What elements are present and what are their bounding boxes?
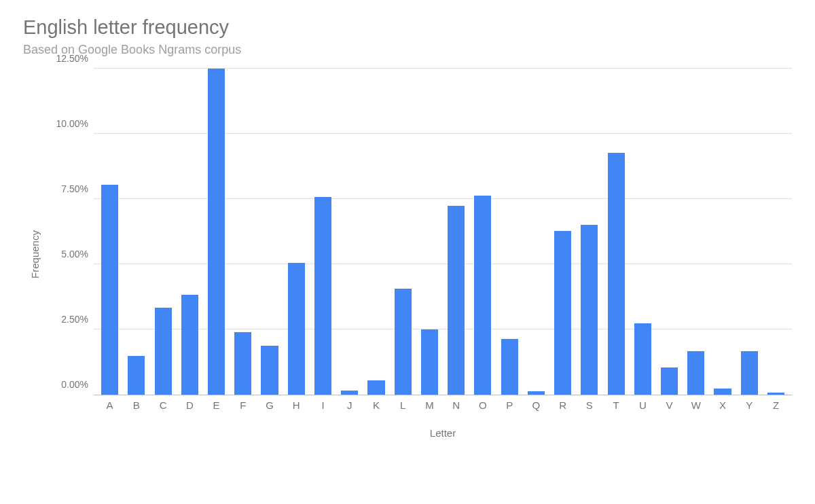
x-tick-label: O	[469, 399, 496, 411]
bar	[528, 391, 545, 395]
bar	[101, 185, 118, 395]
bar-slot	[96, 69, 123, 395]
y-axis-label: Frequency	[29, 230, 41, 278]
x-tick-label: Q	[523, 399, 549, 411]
bar	[741, 351, 758, 395]
bar	[421, 329, 438, 395]
bar-slot	[576, 69, 602, 395]
bar	[501, 339, 518, 395]
bar-slot	[230, 69, 256, 395]
bar-slot	[416, 69, 443, 395]
bar-slot	[496, 69, 523, 395]
x-tick-label: W	[683, 399, 709, 411]
bar-slot	[310, 69, 336, 395]
x-tick-label: E	[203, 399, 230, 411]
x-tick-label: N	[443, 399, 469, 411]
plot-area	[94, 69, 792, 395]
bar	[234, 332, 251, 395]
bar	[395, 289, 412, 395]
bar	[687, 351, 704, 395]
x-axis-label: Letter	[94, 427, 792, 439]
bar-slot	[523, 69, 549, 395]
x-tick-label: I	[310, 399, 336, 411]
x-tick-label: G	[256, 399, 283, 411]
bar-slot	[683, 69, 709, 395]
bar-slot	[336, 69, 363, 395]
bar-slot	[203, 69, 230, 395]
bar	[767, 393, 784, 395]
y-tick-label: 2.50%	[61, 314, 88, 325]
y-tick-label: 10.00%	[56, 118, 88, 129]
bar-slot	[549, 69, 576, 395]
bar	[554, 231, 571, 395]
bar	[208, 69, 225, 395]
x-tick-label: T	[602, 399, 629, 411]
bar	[128, 356, 145, 395]
bar-slot	[469, 69, 496, 395]
bar-slot	[602, 69, 629, 395]
bar-slot	[149, 69, 176, 395]
x-ticks: ABCDEFGHIJKLMNOPQRSTUVWXYZ	[94, 395, 792, 411]
x-tick-label: X	[709, 399, 736, 411]
y-tick-label: 5.00%	[61, 249, 88, 259]
x-tick-label: P	[496, 399, 523, 411]
bar-slot	[363, 69, 389, 395]
y-tick-label: 12.50%	[56, 53, 88, 64]
bar	[155, 308, 172, 395]
x-tick-label: B	[123, 399, 149, 411]
x-tick-label: M	[416, 399, 443, 411]
bar	[341, 391, 358, 395]
bar-slot	[443, 69, 469, 395]
chart-container: English letter frequency Based on Google…	[0, 0, 815, 452]
x-tick-label: C	[149, 399, 176, 411]
y-tick-label: 0.00%	[61, 379, 88, 390]
chart-subtitle: Based on Google Books Ngrams corpus	[23, 43, 792, 57]
bar	[474, 196, 491, 395]
bar	[714, 389, 731, 395]
y-tick-label: 7.50%	[61, 183, 88, 194]
bar	[608, 153, 625, 395]
plot-column: ABCDEFGHIJKLMNOPQRSTUVWXYZ Letter	[94, 69, 792, 439]
ylabel-column: Frequency	[23, 69, 46, 439]
bar-slot	[763, 69, 789, 395]
bars-group	[94, 69, 792, 395]
x-tick-label: F	[230, 399, 256, 411]
bar	[448, 206, 465, 395]
grid-line	[94, 68, 792, 69]
bar	[367, 380, 384, 395]
x-tick-label: S	[576, 399, 602, 411]
bar	[581, 225, 598, 395]
plot-row: Frequency 0.00%2.50%5.00%7.50%10.00%12.5…	[23, 69, 792, 439]
x-tick-label: U	[630, 399, 656, 411]
x-tick-label: J	[336, 399, 363, 411]
bar-slot	[177, 69, 203, 395]
bar	[288, 263, 305, 395]
chart-title: English letter frequency	[23, 16, 792, 39]
x-tick-label: R	[549, 399, 576, 411]
bar-slot	[256, 69, 283, 395]
bar-slot	[736, 69, 763, 395]
bar	[261, 346, 278, 395]
bar	[314, 197, 331, 395]
bar-slot	[390, 69, 416, 395]
bar-slot	[709, 69, 736, 395]
bar	[661, 367, 678, 395]
x-tick-label: A	[96, 399, 123, 411]
x-tick-label: Z	[763, 399, 789, 411]
x-tick-label: L	[390, 399, 416, 411]
y-axis-column: 0.00%2.50%5.00%7.50%10.00%12.50%	[46, 69, 94, 439]
bar-slot	[123, 69, 149, 395]
x-tick-label: K	[363, 399, 389, 411]
x-tick-label: Y	[736, 399, 763, 411]
x-tick-label: H	[283, 399, 310, 411]
bar-slot	[656, 69, 683, 395]
x-tick-label: V	[656, 399, 683, 411]
bar-slot	[283, 69, 310, 395]
bar	[634, 323, 651, 395]
x-tick-label: D	[177, 399, 203, 411]
bar-slot	[630, 69, 656, 395]
bar	[181, 295, 198, 395]
